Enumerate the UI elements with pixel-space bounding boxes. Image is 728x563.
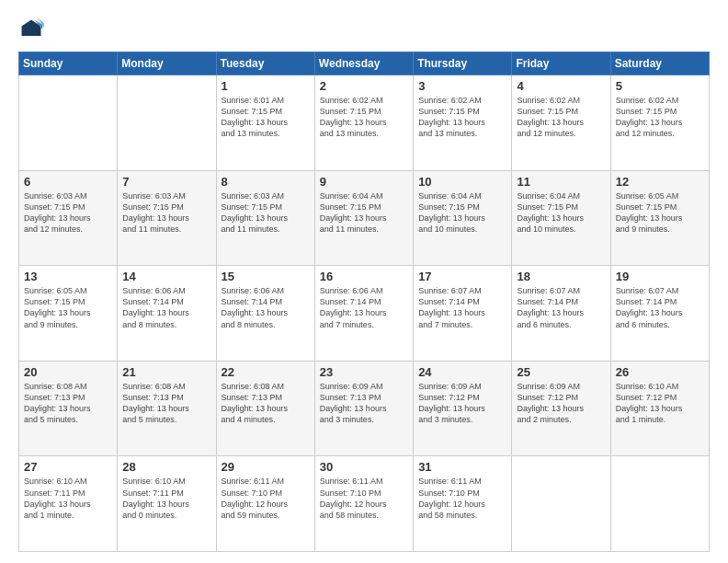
logo (18, 17, 48, 42)
day-number: 15 (222, 270, 310, 283)
day-number: 7 (122, 175, 210, 189)
day-number: 2 (320, 79, 408, 93)
calendar-week-row: 6Sunrise: 6:03 AM Sunset: 7:15 PM Daylig… (19, 170, 710, 266)
day-number: 9 (320, 175, 408, 189)
day-info: Sunrise: 6:02 AM Sunset: 7:15 PM Dayligh… (616, 95, 704, 140)
day-number: 12 (616, 175, 704, 189)
day-of-week-header: Friday (512, 52, 610, 75)
calendar-cell: 27Sunrise: 6:10 AM Sunset: 7:11 PM Dayli… (19, 456, 118, 552)
day-info: Sunrise: 6:02 AM Sunset: 7:15 PM Dayligh… (517, 95, 605, 140)
day-info: Sunrise: 6:09 AM Sunset: 7:12 PM Dayligh… (418, 381, 506, 426)
day-number: 1 (222, 79, 310, 93)
calendar-cell: 15Sunrise: 6:06 AM Sunset: 7:14 PM Dayli… (216, 266, 314, 362)
calendar-cell: 26Sunrise: 6:10 AM Sunset: 7:12 PM Dayli… (610, 361, 709, 456)
day-number: 18 (517, 270, 605, 283)
day-number: 19 (616, 270, 704, 283)
day-info: Sunrise: 6:08 AM Sunset: 7:13 PM Dayligh… (222, 381, 310, 426)
calendar-cell: 11Sunrise: 6:04 AM Sunset: 7:15 PM Dayli… (512, 170, 610, 266)
day-of-week-header: Tuesday (216, 52, 314, 75)
day-number: 25 (517, 365, 605, 379)
calendar-cell: 4Sunrise: 6:02 AM Sunset: 7:15 PM Daylig… (512, 75, 610, 171)
calendar-cell: 13Sunrise: 6:05 AM Sunset: 7:15 PM Dayli… (19, 266, 118, 362)
day-number: 3 (418, 79, 506, 93)
day-number: 6 (24, 175, 112, 189)
calendar-week-row: 20Sunrise: 6:08 AM Sunset: 7:13 PM Dayli… (19, 361, 710, 456)
day-of-week-header: Monday (118, 52, 216, 75)
day-info: Sunrise: 6:11 AM Sunset: 7:10 PM Dayligh… (222, 476, 310, 521)
day-info: Sunrise: 6:06 AM Sunset: 7:14 PM Dayligh… (222, 285, 310, 330)
day-info: Sunrise: 6:11 AM Sunset: 7:10 PM Dayligh… (418, 476, 506, 521)
calendar-cell: 30Sunrise: 6:11 AM Sunset: 7:10 PM Dayli… (314, 456, 413, 552)
calendar-week-row: 13Sunrise: 6:05 AM Sunset: 7:15 PM Dayli… (19, 266, 710, 362)
day-number: 16 (320, 270, 408, 283)
calendar-cell: 12Sunrise: 6:05 AM Sunset: 7:15 PM Dayli… (610, 170, 709, 266)
day-number: 20 (24, 365, 112, 379)
day-info: Sunrise: 6:06 AM Sunset: 7:14 PM Dayligh… (320, 285, 408, 330)
day-of-week-header: Sunday (19, 52, 118, 75)
calendar-cell (512, 456, 610, 552)
day-number: 27 (24, 460, 112, 474)
calendar-cell: 3Sunrise: 6:02 AM Sunset: 7:15 PM Daylig… (414, 75, 512, 171)
day-of-week-header: Thursday (414, 52, 512, 75)
header (18, 17, 710, 42)
calendar-cell: 19Sunrise: 6:07 AM Sunset: 7:14 PM Dayli… (610, 266, 709, 362)
day-number: 11 (517, 175, 605, 189)
day-info: Sunrise: 6:01 AM Sunset: 7:15 PM Dayligh… (222, 95, 310, 140)
day-number: 23 (320, 365, 408, 379)
day-number: 29 (222, 460, 310, 474)
day-info: Sunrise: 6:03 AM Sunset: 7:15 PM Dayligh… (122, 190, 210, 236)
day-info: Sunrise: 6:02 AM Sunset: 7:15 PM Dayligh… (320, 95, 408, 140)
day-info: Sunrise: 6:08 AM Sunset: 7:13 PM Dayligh… (24, 381, 112, 426)
day-number: 8 (222, 175, 310, 189)
calendar-cell: 28Sunrise: 6:10 AM Sunset: 7:11 PM Dayli… (118, 456, 216, 552)
day-info: Sunrise: 6:05 AM Sunset: 7:15 PM Dayligh… (616, 190, 704, 236)
day-number: 13 (24, 270, 112, 283)
day-number: 17 (418, 270, 506, 283)
calendar-cell: 23Sunrise: 6:09 AM Sunset: 7:13 PM Dayli… (314, 361, 413, 456)
calendar-cell: 6Sunrise: 6:03 AM Sunset: 7:15 PM Daylig… (19, 170, 118, 266)
calendar-cell (118, 75, 216, 171)
day-number: 24 (418, 365, 506, 379)
day-info: Sunrise: 6:04 AM Sunset: 7:15 PM Dayligh… (418, 190, 506, 236)
calendar-header-row: SundayMondayTuesdayWednesdayThursdayFrid… (19, 52, 710, 75)
day-info: Sunrise: 6:08 AM Sunset: 7:13 PM Dayligh… (122, 381, 210, 426)
day-info: Sunrise: 6:07 AM Sunset: 7:14 PM Dayligh… (616, 285, 704, 330)
day-info: Sunrise: 6:10 AM Sunset: 7:11 PM Dayligh… (24, 476, 112, 521)
calendar-cell (19, 75, 118, 171)
calendar-cell: 1Sunrise: 6:01 AM Sunset: 7:15 PM Daylig… (216, 75, 314, 171)
calendar-cell: 9Sunrise: 6:04 AM Sunset: 7:15 PM Daylig… (314, 170, 413, 266)
calendar-cell: 22Sunrise: 6:08 AM Sunset: 7:13 PM Dayli… (216, 361, 314, 456)
calendar-cell: 2Sunrise: 6:02 AM Sunset: 7:15 PM Daylig… (314, 75, 413, 171)
day-info: Sunrise: 6:11 AM Sunset: 7:10 PM Dayligh… (320, 476, 408, 521)
day-info: Sunrise: 6:09 AM Sunset: 7:13 PM Dayligh… (320, 381, 408, 426)
calendar-cell (610, 456, 709, 552)
day-number: 14 (122, 270, 210, 283)
calendar-cell: 16Sunrise: 6:06 AM Sunset: 7:14 PM Dayli… (314, 266, 413, 362)
calendar-cell: 5Sunrise: 6:02 AM Sunset: 7:15 PM Daylig… (610, 75, 709, 171)
calendar-cell: 14Sunrise: 6:06 AM Sunset: 7:14 PM Dayli… (118, 266, 216, 362)
calendar-cell: 24Sunrise: 6:09 AM Sunset: 7:12 PM Dayli… (414, 361, 512, 456)
calendar-cell: 10Sunrise: 6:04 AM Sunset: 7:15 PM Dayli… (414, 170, 512, 266)
day-number: 31 (418, 460, 506, 474)
day-of-week-header: Wednesday (314, 52, 413, 75)
day-number: 10 (418, 175, 506, 189)
calendar-cell: 29Sunrise: 6:11 AM Sunset: 7:10 PM Dayli… (216, 456, 314, 552)
logo-icon (18, 17, 44, 42)
day-info: Sunrise: 6:07 AM Sunset: 7:14 PM Dayligh… (418, 285, 506, 330)
calendar-cell: 8Sunrise: 6:03 AM Sunset: 7:15 PM Daylig… (216, 170, 314, 266)
calendar-cell: 31Sunrise: 6:11 AM Sunset: 7:10 PM Dayli… (414, 456, 512, 552)
calendar-cell: 25Sunrise: 6:09 AM Sunset: 7:12 PM Dayli… (512, 361, 610, 456)
day-info: Sunrise: 6:05 AM Sunset: 7:15 PM Dayligh… (24, 285, 112, 330)
day-number: 21 (122, 365, 210, 379)
calendar-week-row: 1Sunrise: 6:01 AM Sunset: 7:15 PM Daylig… (19, 75, 710, 171)
day-info: Sunrise: 6:03 AM Sunset: 7:15 PM Dayligh… (24, 190, 112, 236)
day-info: Sunrise: 6:10 AM Sunset: 7:11 PM Dayligh… (122, 476, 210, 521)
day-info: Sunrise: 6:04 AM Sunset: 7:15 PM Dayligh… (517, 190, 605, 236)
calendar-table: SundayMondayTuesdayWednesdayThursdayFrid… (18, 52, 710, 552)
day-info: Sunrise: 6:04 AM Sunset: 7:15 PM Dayligh… (320, 190, 408, 236)
day-info: Sunrise: 6:09 AM Sunset: 7:12 PM Dayligh… (517, 381, 605, 426)
day-number: 26 (616, 365, 704, 379)
calendar-cell: 17Sunrise: 6:07 AM Sunset: 7:14 PM Dayli… (414, 266, 512, 362)
day-number: 4 (517, 79, 605, 93)
calendar-cell: 18Sunrise: 6:07 AM Sunset: 7:14 PM Dayli… (512, 266, 610, 362)
